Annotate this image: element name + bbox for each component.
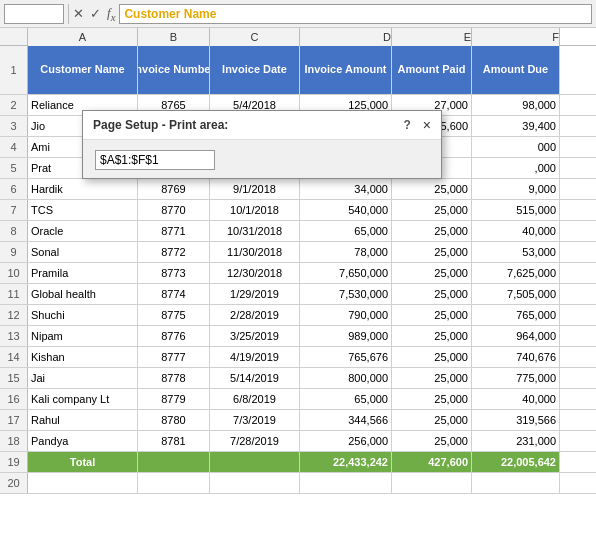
cell-amount-paid[interactable]: 25,000 xyxy=(392,431,472,451)
cell-date[interactable]: 6/8/2019 xyxy=(210,389,300,409)
cell-date[interactable]: 7/3/2019 xyxy=(210,410,300,430)
cell-invoice-amount[interactable]: 256,000 xyxy=(300,431,392,451)
cell-name[interactable]: TCS xyxy=(28,200,138,220)
cell-amount-due[interactable]: 7,505,000 xyxy=(472,284,560,304)
cell-amount-paid[interactable]: 25,000 xyxy=(392,410,472,430)
cancel-icon[interactable]: ✕ xyxy=(73,6,84,21)
cell-date[interactable]: 10/31/2018 xyxy=(210,221,300,241)
cell-date[interactable]: 12/30/2018 xyxy=(210,263,300,283)
cell-name[interactable]: Nipam xyxy=(28,326,138,346)
cell-name[interactable]: Pramila xyxy=(28,263,138,283)
cell-date[interactable]: 5/14/2019 xyxy=(210,368,300,388)
cell-name[interactable]: Pandya xyxy=(28,431,138,451)
cell-amount-due[interactable]: ,000 xyxy=(472,158,560,178)
cell-invoice-amount[interactable]: 800,000 xyxy=(300,368,392,388)
dialog-close-button[interactable]: × xyxy=(423,117,431,133)
total-f[interactable]: 22,005,642 xyxy=(472,452,560,472)
cell-amount-paid[interactable]: 25,000 xyxy=(392,347,472,367)
cell-amount-due[interactable]: 7,625,000 xyxy=(472,263,560,283)
header-cell-invoice-number[interactable]: Invoice Number xyxy=(138,46,210,94)
cell-date[interactable]: 4/19/2019 xyxy=(210,347,300,367)
cell-amount-paid[interactable]: 25,000 xyxy=(392,305,472,325)
cell-invoice-amount[interactable]: 34,000 xyxy=(300,179,392,199)
cell-amount-paid[interactable]: 25,000 xyxy=(392,368,472,388)
col-header-a[interactable]: A xyxy=(28,28,138,46)
cell-invoice-amount[interactable]: 65,000 xyxy=(300,221,392,241)
cell-date[interactable]: 3/25/2019 xyxy=(210,326,300,346)
print-area-input[interactable] xyxy=(95,150,215,170)
total-b[interactable] xyxy=(138,452,210,472)
header-cell-amount-due[interactable]: Amount Due xyxy=(472,46,560,94)
cell-amount-paid[interactable]: 25,000 xyxy=(392,326,472,346)
cell-invoice-num[interactable]: 8779 xyxy=(138,389,210,409)
cell-invoice-num[interactable]: 8774 xyxy=(138,284,210,304)
cell-invoice-amount[interactable]: 65,000 xyxy=(300,389,392,409)
cell-20d[interactable] xyxy=(300,473,392,493)
cell-invoice-amount[interactable]: 765,676 xyxy=(300,347,392,367)
cell-amount-due[interactable]: 765,000 xyxy=(472,305,560,325)
cell-name[interactable]: Hardik xyxy=(28,179,138,199)
cell-invoice-num[interactable]: 8777 xyxy=(138,347,210,367)
cell-invoice-amount[interactable]: 790,000 xyxy=(300,305,392,325)
cell-name[interactable]: Kali company Lt xyxy=(28,389,138,409)
cell-20f[interactable] xyxy=(472,473,560,493)
cell-amount-due[interactable]: 40,000 xyxy=(472,389,560,409)
name-box[interactable]: A1 xyxy=(4,4,64,24)
formula-input[interactable]: Customer Name xyxy=(119,4,592,24)
cell-amount-due[interactable]: 740,676 xyxy=(472,347,560,367)
cell-date[interactable]: 7/28/2019 xyxy=(210,431,300,451)
cell-amount-due[interactable]: 9,000 xyxy=(472,179,560,199)
cell-amount-due[interactable]: 964,000 xyxy=(472,326,560,346)
header-cell-customer-name[interactable]: Customer Name xyxy=(28,46,138,94)
col-header-d[interactable]: D xyxy=(300,28,392,46)
cell-name[interactable]: Oracle xyxy=(28,221,138,241)
cell-amount-due[interactable]: 231,000 xyxy=(472,431,560,451)
cell-amount-due[interactable]: 000 xyxy=(472,137,560,157)
col-header-e[interactable]: E xyxy=(392,28,472,46)
cell-invoice-num[interactable]: 8781 xyxy=(138,431,210,451)
cell-date[interactable]: 11/30/2018 xyxy=(210,242,300,262)
insert-function-icon[interactable]: fx xyxy=(107,5,115,23)
cell-invoice-amount[interactable]: 989,000 xyxy=(300,326,392,346)
col-header-c[interactable]: C xyxy=(210,28,300,46)
cell-20c[interactable] xyxy=(210,473,300,493)
total-e[interactable]: 427,600 xyxy=(392,452,472,472)
cell-invoice-num[interactable]: 8769 xyxy=(138,179,210,199)
cell-date[interactable]: 9/1/2018 xyxy=(210,179,300,199)
cell-amount-paid[interactable]: 25,000 xyxy=(392,221,472,241)
cell-name[interactable]: Rahul xyxy=(28,410,138,430)
cell-amount-paid[interactable]: 25,000 xyxy=(392,389,472,409)
total-label-cell[interactable]: Total xyxy=(28,452,138,472)
cell-invoice-amount[interactable]: 7,650,000 xyxy=(300,263,392,283)
col-header-b[interactable]: B xyxy=(138,28,210,46)
cell-date[interactable]: 2/28/2019 xyxy=(210,305,300,325)
dialog-question-mark[interactable]: ? xyxy=(403,118,410,132)
cell-invoice-num[interactable]: 8776 xyxy=(138,326,210,346)
cell-name[interactable]: Sonal xyxy=(28,242,138,262)
cell-amount-due[interactable]: 53,000 xyxy=(472,242,560,262)
cell-amount-paid[interactable]: 25,000 xyxy=(392,284,472,304)
cell-amount-paid[interactable]: 25,000 xyxy=(392,179,472,199)
col-header-f[interactable]: F xyxy=(472,28,560,46)
cell-date[interactable]: 1/29/2019 xyxy=(210,284,300,304)
cell-20e[interactable] xyxy=(392,473,472,493)
cell-date[interactable]: 10/1/2018 xyxy=(210,200,300,220)
cell-invoice-amount[interactable]: 7,530,000 xyxy=(300,284,392,304)
cell-invoice-num[interactable]: 8780 xyxy=(138,410,210,430)
cell-amount-due[interactable]: 319,566 xyxy=(472,410,560,430)
cell-amount-due[interactable]: 515,000 xyxy=(472,200,560,220)
cell-amount-due[interactable]: 40,000 xyxy=(472,221,560,241)
cell-invoice-amount[interactable]: 344,566 xyxy=(300,410,392,430)
cell-invoice-num[interactable]: 8771 xyxy=(138,221,210,241)
total-d[interactable]: 22,433,242 xyxy=(300,452,392,472)
cell-name[interactable]: Jai xyxy=(28,368,138,388)
cell-invoice-num[interactable]: 8773 xyxy=(138,263,210,283)
cell-name[interactable]: Shuchi xyxy=(28,305,138,325)
total-c[interactable] xyxy=(210,452,300,472)
cell-name[interactable]: Global health xyxy=(28,284,138,304)
cell-invoice-num[interactable]: 8775 xyxy=(138,305,210,325)
confirm-icon[interactable]: ✓ xyxy=(90,6,101,21)
cell-invoice-amount[interactable]: 78,000 xyxy=(300,242,392,262)
cell-amount-due[interactable]: 775,000 xyxy=(472,368,560,388)
cell-amount-paid[interactable]: 25,000 xyxy=(392,200,472,220)
